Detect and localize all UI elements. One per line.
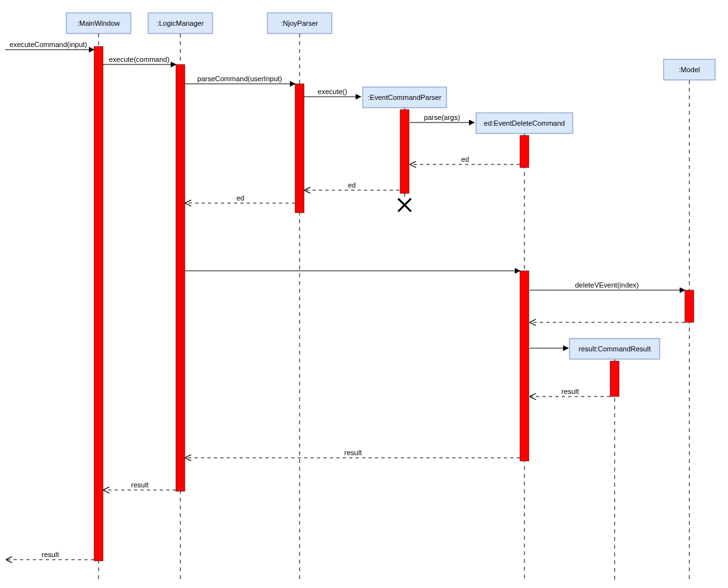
sequence-diagram: :MainWindow :LogicManager :NjoyParser :E… (0, 0, 728, 588)
svg-text:parseCommand(userInput): parseCommand(userInput) (197, 75, 282, 83)
svg-text:parse(args): parse(args) (424, 113, 460, 121)
msg-parseCommand: parseCommand(userInput) (185, 75, 295, 84)
head-model: :Model (664, 59, 715, 80)
svg-text:result: result (562, 387, 579, 395)
head-mainwindow: :MainWindow (66, 13, 131, 34)
svg-text:ed:EventDeleteCommand: ed:EventDeleteCommand (484, 119, 565, 127)
head-commandresult: result:CommandResult (570, 338, 660, 359)
head-njoyparser: :NjoyParser (267, 13, 332, 34)
destroy-eventcommandparser (398, 199, 411, 211)
svg-text:execute(command): execute(command) (109, 55, 169, 63)
svg-text::MainWindow: :MainWindow (77, 19, 120, 27)
activation-logicmanager (176, 64, 185, 491)
svg-text::Model: :Model (678, 66, 700, 74)
svg-text:result: result (345, 449, 362, 456)
svg-text:deleteVEvent(index): deleteVEvent(index) (575, 281, 638, 289)
head-eventdeletecommand: ed:EventDeleteCommand (476, 113, 573, 133)
head-logicmanager: :LogicManager (148, 13, 213, 34)
svg-text:ed: ed (236, 194, 244, 202)
msg-return-ed-1: ed (410, 155, 520, 164)
activation-model (685, 290, 694, 322)
activation-eventdeletecommand-2 (520, 271, 529, 461)
activation-eventcommandparser (400, 110, 409, 193)
svg-text:execute(): execute() (318, 88, 347, 95)
svg-text::LogicManager: :LogicManager (157, 19, 204, 27)
msg-create-eventcommandparser: execute() (304, 88, 361, 97)
msg-return-ed-2: ed (305, 181, 399, 190)
svg-text:result:CommandResult: result:CommandResult (579, 345, 651, 353)
msg-execute: execute(command) (103, 55, 176, 64)
activation-njoyparser (295, 84, 304, 213)
svg-text:executeCommand(input): executeCommand(input) (10, 41, 87, 48)
svg-text::NjoyParser: :NjoyParser (281, 19, 318, 27)
msg-return-ed-3: ed (186, 194, 295, 203)
msg-return-result-2: result (186, 449, 520, 458)
activation-mainwindow (94, 46, 103, 561)
svg-text:result: result (42, 551, 59, 558)
svg-text::EventCommandParser: :EventCommandParser (368, 93, 442, 101)
msg-return-result-3: result (104, 481, 176, 490)
activation-eventdeletecommand-1 (520, 135, 529, 168)
svg-text:result: result (131, 481, 149, 489)
activation-commandresult (610, 361, 619, 397)
head-eventcommandparser: :EventCommandParser (363, 87, 446, 108)
svg-text:ed: ed (461, 155, 469, 163)
msg-executeCommand: executeCommand(input) (5, 41, 94, 50)
svg-text:ed: ed (348, 181, 356, 189)
msg-return-result-4: result (6, 551, 94, 560)
msg-return-result-1: result (530, 387, 610, 397)
msg-parse: parse(args) (410, 113, 474, 122)
msg-deleteVEvent: deleteVEvent(index) (530, 281, 685, 290)
